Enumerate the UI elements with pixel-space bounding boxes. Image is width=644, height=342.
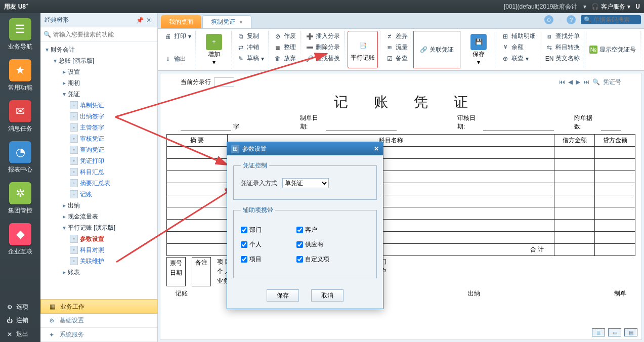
options-link[interactable]: ⚙选项: [0, 300, 40, 314]
related-voucher-button[interactable]: 🔗关联凭证: [417, 45, 456, 55]
next-record-icon[interactable]: ▶: [576, 78, 580, 86]
tree-node-cashflow[interactable]: ▸现金流量表: [40, 211, 157, 222]
tree-leaf-fill-voucher[interactable]: ▫填制凭证: [40, 100, 157, 111]
chk-person[interactable]: 个人: [241, 240, 296, 249]
tab-system-service[interactable]: ✦系统服务: [40, 328, 157, 342]
sign-make: 制单: [614, 289, 626, 298]
entry-mode-select[interactable]: 单凭证: [282, 178, 329, 188]
tree-node-settings[interactable]: ▸设置: [40, 66, 157, 77]
u-menu[interactable]: U: [635, 3, 640, 10]
dialog-close-icon[interactable]: ✕: [374, 145, 379, 152]
tab-fill-voucher[interactable]: 填制凭证×: [202, 15, 251, 28]
prev-record-icon[interactable]: ◀: [568, 78, 573, 86]
help-icon[interactable]: ?: [567, 15, 576, 24]
tree-search-input[interactable]: [53, 29, 154, 39]
nav-messages[interactable]: ✉消息任务: [4, 100, 36, 133]
tree-leaf-manager-sign[interactable]: ▫主管签字: [40, 122, 157, 133]
tree-leaf-book[interactable]: ▫记账: [40, 189, 157, 200]
smiley-icon[interactable]: ☺: [544, 15, 553, 24]
last-record-icon[interactable]: ⏭: [583, 78, 589, 86]
chk-project[interactable]: 项目: [241, 255, 296, 264]
tree-leaf-query-voucher[interactable]: ▫查询凭证: [40, 144, 157, 155]
search-icon: 🔍: [584, 16, 591, 23]
parallel-book-button[interactable]: 📑平行记账: [348, 31, 378, 68]
tree-leaf-cashier-sign[interactable]: ▫出纳签字: [40, 111, 157, 122]
print-button[interactable]: 🖨打印 ▾: [162, 31, 193, 41]
diff-button[interactable]: ≠差异: [383, 31, 410, 41]
current-row-input[interactable]: [214, 77, 234, 87]
pin-icon[interactable]: 📌: [135, 17, 144, 24]
tree-node-voucher[interactable]: ▾凭证: [40, 89, 157, 100]
draft-button[interactable]: ✎草稿 ▾: [235, 53, 266, 64]
tree-leaf-rel-maint[interactable]: ▫关联维护: [40, 255, 157, 267]
nav-reports[interactable]: ◔报表中心: [4, 141, 36, 174]
chk-supplier[interactable]: 供应商: [296, 240, 352, 249]
output-button[interactable]: ⤓输出: [162, 54, 193, 64]
acc-trans-button[interactable]: ⇆科目转换: [543, 42, 582, 53]
insert-row-button[interactable]: ➕插入分录: [304, 31, 342, 41]
tree-node-parallel[interactable]: ▾平行记账 [演示版]: [40, 222, 157, 233]
void-button[interactable]: ⊘作废: [272, 31, 298, 41]
flow-button[interactable]: ≋流量: [383, 42, 410, 53]
lang-icon: EN: [545, 55, 553, 63]
chk-custom[interactable]: 自定义项: [296, 255, 352, 264]
ribbon-toolbar: 🖨打印 ▾ ⤓输出 ＋增加 ▾ ⧉复制 ⇄冲销 ✎草稿 ▾ ⊘作废 ≣整理 🗑放…: [158, 28, 644, 71]
tree-node-ledger[interactable]: ▸账表: [40, 267, 157, 278]
tab-close-icon[interactable]: ×: [239, 19, 243, 26]
offset-icon: ⇄: [237, 44, 245, 52]
exit-link[interactable]: ✕退出: [0, 327, 40, 341]
tree-node-cashier[interactable]: ▸出纳: [40, 200, 157, 211]
delete-row-button[interactable]: ➖删除分录: [304, 42, 342, 53]
nav-group[interactable]: ✲集团管控: [4, 182, 36, 215]
parallel-icon: 📑: [355, 37, 371, 54]
tree-node-open[interactable]: ▸期初: [40, 77, 157, 89]
group-aux-carry: 辅助项携带 部门 客户 个人 供应商 项目 自定义项: [233, 206, 377, 278]
search-voucher-icon[interactable]: 🔍: [592, 78, 600, 86]
dialog-cancel-button[interactable]: 取消: [311, 289, 344, 302]
tree-node-gl[interactable]: ▾总账 [演示版]: [40, 55, 157, 66]
tree-leaf-param-settings[interactable]: ▫参数设置: [40, 233, 157, 244]
tree-leaf-account-summary[interactable]: ▫科目汇总: [40, 166, 157, 178]
tree-leaf-audit-voucher[interactable]: ▫审核凭证: [40, 133, 157, 144]
replace-button[interactable]: 🔎查找替换: [304, 53, 342, 64]
doc-icon: ▫: [70, 246, 78, 254]
chk-dept[interactable]: 部门: [241, 226, 296, 234]
tree-node-finance[interactable]: ▾财务会计: [40, 44, 157, 55]
tab-business-work[interactable]: ▦业务工作: [40, 300, 157, 314]
corner-btn-2[interactable]: ▭: [608, 328, 621, 336]
barcode-search-input[interactable]: [593, 16, 638, 23]
aux-detail-button[interactable]: ⊞辅助明细: [499, 31, 538, 41]
tab-base-settings[interactable]: ⚙基础设置: [40, 314, 157, 328]
corner-btn-1[interactable]: ≣: [592, 328, 605, 336]
first-record-icon[interactable]: ⏮: [559, 78, 565, 86]
dialog-save-button[interactable]: 保存: [267, 289, 299, 302]
contact-button[interactable]: ⊕联查 ▾: [499, 53, 538, 64]
offset-button[interactable]: ⇄冲销: [235, 42, 266, 53]
nav-favorites[interactable]: ★常用功能: [4, 59, 36, 92]
tree-leaf-account-map[interactable]: ▫科目对照: [40, 244, 157, 255]
organize-button[interactable]: ≣整理: [272, 42, 298, 53]
customer-service-link[interactable]: 🎧 客户服务 ▾: [591, 3, 630, 11]
tree-leaf-print-voucher[interactable]: ▫凭证打印: [40, 155, 157, 166]
add-button[interactable]: ＋增加 ▾: [199, 31, 229, 68]
corner-btn-3[interactable]: ▤: [624, 328, 637, 336]
abandon-button[interactable]: 🗑放弃: [272, 53, 298, 64]
show-empty-button[interactable]: №显示空凭证号: [587, 31, 638, 68]
close-panel-icon[interactable]: ✕: [144, 17, 153, 24]
nav-business[interactable]: ☰业务导航: [4, 18, 36, 51]
tree-leaf-summary-table[interactable]: ▫摘要汇总表: [40, 178, 157, 189]
copy-button[interactable]: ⧉复制: [235, 31, 266, 41]
save-button[interactable]: 💾保存 ▾: [463, 31, 494, 68]
nav-enterprise[interactable]: ◆企业互联: [4, 223, 36, 256]
dropdown-icon[interactable]: ▾: [583, 3, 586, 10]
check-button[interactable]: ☑备查: [383, 53, 410, 64]
chk-customer[interactable]: 客户: [296, 226, 352, 234]
barcode-search[interactable]: 🔍: [581, 15, 641, 24]
eng-name-button[interactable]: EN英文名称: [543, 53, 582, 64]
dialog-titlebar[interactable]: ⊞ 参数设置 ✕: [227, 142, 383, 155]
find-split-button[interactable]: ⧈查找分单: [543, 31, 582, 41]
logout-link[interactable]: ⏻注销: [0, 314, 40, 327]
search-icon: 🔍: [44, 31, 51, 38]
balance-button[interactable]: ￥余额: [499, 42, 538, 53]
tab-desktop[interactable]: 我的桌面: [161, 15, 201, 28]
